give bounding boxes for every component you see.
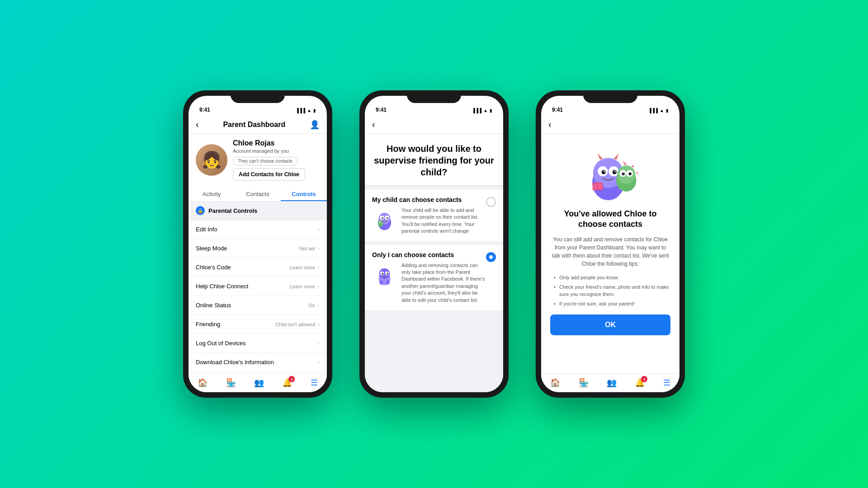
friending-question-title: How would you like to supervise friendin… <box>374 143 494 178</box>
parental-controls-icon: 🔒 <box>196 206 205 215</box>
list-item-download-info[interactable]: Download Chloe's Information › <box>189 353 327 372</box>
phone1-status-icons: ▐▐▐ ▲ ▮ <box>296 108 316 113</box>
tab-controls[interactable]: Controls <box>281 186 327 201</box>
avatar: 👧 <box>196 144 227 176</box>
battery-icon: ▮ <box>313 108 316 113</box>
svg-marker-35 <box>623 160 627 165</box>
notification-badge: 2 <box>641 376 647 382</box>
nav-shop[interactable]: 🏪 <box>226 378 236 388</box>
phone3-status-icons: ▐▐▐ ▲ ▮ <box>648 108 669 113</box>
option-child-choose-desc-area: Your child will be able to add and remov… <box>372 207 486 235</box>
confirmation-title: You've allowed Chloe to choose contacts <box>550 209 670 230</box>
nav-menu[interactable]: ☰ <box>663 378 670 388</box>
profile-sub: Account managed by you <box>233 148 320 154</box>
phone2-status-icons: ▐▐▐ ▲ ▮ <box>472 108 492 113</box>
svg-point-23 <box>613 170 617 174</box>
friending-right: Child isn't allowed › <box>275 321 320 328</box>
confirmation-desc: You can still add and remove contacts fo… <box>550 235 670 268</box>
groups-icon: 👥 <box>607 378 617 388</box>
list-item-chloes-code[interactable]: Chloe's Code Learn more › <box>189 258 327 277</box>
list-item-online-status[interactable]: Online Status On › <box>189 296 327 315</box>
signal-icon: ▐▐▐ <box>648 108 658 113</box>
list-item-help-connect[interactable]: Help Chloe Connect Learn more › <box>189 277 327 296</box>
option-child-choose-radio[interactable] <box>486 197 496 207</box>
battery-icon: ▮ <box>490 108 492 113</box>
battery-icon: ▮ <box>666 108 669 113</box>
phone1-notch <box>231 90 285 103</box>
page-title: Parent Dashboard <box>223 121 285 129</box>
svg-rect-17 <box>386 280 389 284</box>
mascot-svg-1 <box>372 207 397 232</box>
phone1-time: 9:41 <box>199 107 210 113</box>
user-add-icon[interactable]: 👤 <box>310 120 320 130</box>
phone1-content: ‹ Parent Dashboard 👤 👧 Chloe Rojas Accou… <box>189 116 327 392</box>
option-child-choose-desc: Your child will be able to add and remov… <box>401 207 486 235</box>
profile-info: Chloe Rojas Account managed by you They … <box>233 139 320 181</box>
log-out-label: Log Out of Devices <box>196 340 246 347</box>
nav-groups[interactable]: 👥 <box>607 378 617 388</box>
option-child-choose[interactable]: My child can choose contacts <box>365 190 503 241</box>
option-only-me-radio[interactable] <box>486 252 496 262</box>
svg-point-15 <box>387 272 388 274</box>
chloes-code-value: Learn more <box>290 265 315 270</box>
mascot-large-svg: ✦ ✦ <box>576 143 644 202</box>
nav-home[interactable]: 🏠 <box>550 378 560 388</box>
back-button[interactable]: ‹ <box>196 119 199 130</box>
list-item-edit-info[interactable]: Edit Info › <box>189 220 327 239</box>
edit-info-label: Edit Info <box>196 226 217 233</box>
svg-point-9 <box>380 222 381 223</box>
nav-home[interactable]: 🏠 <box>198 378 208 388</box>
svg-point-5 <box>387 217 388 219</box>
profile-section: 👧 Chloe Rojas Account managed by you The… <box>189 134 327 186</box>
controls-header: 🔒 Parental Controls <box>189 202 327 220</box>
confirmation-body: ✦ ✦ You've allowed Chloe to choose conta… <box>541 134 679 374</box>
tab-contacts[interactable]: Contacts <box>235 186 281 201</box>
shop-icon: 🏪 <box>579 378 589 388</box>
parental-controls-label: Parental Controls <box>208 207 257 214</box>
option-only-me[interactable]: Only I can choose contacts <box>365 245 503 310</box>
wifi-icon: ▲ <box>307 108 311 113</box>
nav-notifications[interactable]: 🔔 2 <box>282 378 292 388</box>
list-item-sleep-mode[interactable]: Sleep Mode Not set › <box>189 239 327 258</box>
tip-item-3: If you're not sure, ask your parent! <box>554 300 670 307</box>
back-button[interactable]: ‹ <box>548 119 552 130</box>
option-only-me-desc-area: Adding and removing contacts can only ta… <box>372 262 486 304</box>
chevron-icon: › <box>318 283 320 290</box>
svg-rect-16 <box>380 280 383 284</box>
nav-shop[interactable]: 🏪 <box>579 378 589 388</box>
menu-icon: ☰ <box>663 378 670 388</box>
option-only-me-title: Only I can choose contacts <box>372 251 486 258</box>
nav-groups[interactable]: 👥 <box>254 378 264 388</box>
tab-activity[interactable]: Activity <box>189 186 235 201</box>
svg-marker-26 <box>598 153 603 160</box>
chevron-icon: › <box>318 264 320 271</box>
phone3-screen: 9:41 ▐▐▐ ▲ ▮ ‹ <box>541 96 679 392</box>
option1-mascot <box>372 207 397 232</box>
list-item-friending[interactable]: Friending Child isn't allowed › <box>189 315 327 334</box>
svg-point-32 <box>622 172 625 175</box>
chloes-code-right: Learn more › <box>290 264 320 271</box>
svg-point-22 <box>602 170 606 174</box>
online-status-right: On › <box>308 302 320 309</box>
svg-point-34 <box>623 173 624 174</box>
svg-text:✦: ✦ <box>636 171 639 175</box>
friending-value: Child isn't allowed <box>275 322 315 327</box>
phone3-content: ‹ <box>541 116 679 392</box>
mascot-svg-2 <box>372 262 397 287</box>
online-status-label: Online Status <box>196 302 231 309</box>
chevron-icon: › <box>318 321 320 328</box>
groups-icon: 👥 <box>254 378 264 388</box>
nav-notifications[interactable]: 🔔 2 <box>635 378 645 388</box>
add-contacts-button[interactable]: Add Contacts for Chloe <box>233 168 305 181</box>
ok-button[interactable]: OK <box>550 314 670 335</box>
sleep-mode-right: Not set › <box>299 245 320 252</box>
nav-menu[interactable]: ☰ <box>311 378 318 388</box>
friending-label: Friending <box>196 321 220 328</box>
list-item-log-out[interactable]: Log Out of Devices › <box>189 334 327 353</box>
phone3-bottom-nav: 🏠 🏪 👥 🔔 2 ☰ <box>541 374 679 392</box>
chevron-icon: › <box>318 359 320 366</box>
back-button[interactable]: ‹ <box>372 119 375 130</box>
edit-info-right: › <box>318 226 320 233</box>
avatar-image: 👧 <box>202 150 222 169</box>
online-status-value: On <box>308 303 315 308</box>
